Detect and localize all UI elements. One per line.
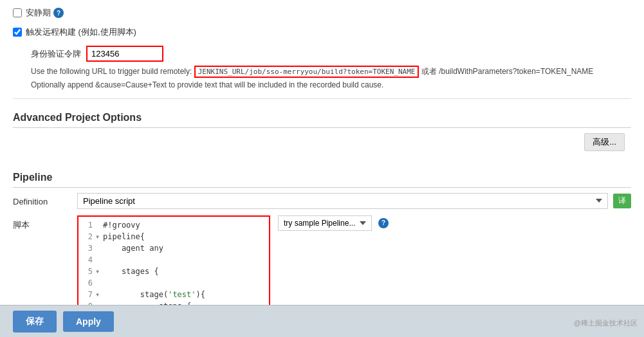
divider-1 xyxy=(13,98,631,99)
script-help-icon[interactable]: ? xyxy=(378,218,389,228)
sample-pipeline-row: try sample Pipeline... ? xyxy=(278,215,389,231)
translate-button[interactable]: 译 xyxy=(613,194,631,208)
auth-token-section: 身份验证令牌 Use the following URL to trigger … xyxy=(13,42,631,96)
code-line-1: 1 #!groovy xyxy=(81,219,266,231)
auth-token-input[interactable] xyxy=(86,46,163,62)
url-note: Optionally append &cause=Cause+Text to p… xyxy=(31,80,631,89)
advanced-options-section: Advanced Project Options 高级... xyxy=(13,102,631,161)
code-line-5: 5 ▾ stages { xyxy=(81,266,266,277)
advanced-btn-row: 高级... xyxy=(13,133,631,151)
definition-row: Pipeline script 译 xyxy=(77,193,631,209)
trigger-remote-row: 触发远程构建 (例如,使用脚本) xyxy=(13,23,631,42)
definition-form-row: Definition Pipeline script 译 xyxy=(13,193,631,209)
trigger-remote-checkbox[interactable] xyxy=(13,28,22,37)
main-container: 安静期 ? 触发远程构建 (例如,使用脚本) 身份验证令牌 Use the fo… xyxy=(0,0,644,337)
advanced-button[interactable]: 高级... xyxy=(584,133,625,151)
code-line-7: 7 ▾ stage('test'){ xyxy=(81,289,266,300)
url-suffix: 或者 /buildWithParameters?token=TOKEN_NAME xyxy=(421,67,594,76)
content-area: 安静期 ? 触发远程构建 (例如,使用脚本) 身份验证令牌 Use the fo… xyxy=(0,0,644,337)
apply-button[interactable]: Apply xyxy=(63,311,114,332)
url-text-before: Use the following URL to trigger build r… xyxy=(31,67,192,76)
trigger-remote-label: 触发远程构建 (例如,使用脚本) xyxy=(26,26,136,38)
code-line-3: 3 agent any xyxy=(81,242,266,254)
trigger-remote-checkbox-label[interactable]: 触发远程构建 (例如,使用脚本) xyxy=(13,26,136,38)
auth-token-row: 身份验证令牌 xyxy=(31,46,631,62)
script-label: 脚本 xyxy=(13,215,77,231)
code-line-2: 2 ▾ pipeline{ xyxy=(81,231,266,242)
quiet-period-row: 安静期 ? xyxy=(13,3,631,23)
code-line-4: 4 xyxy=(81,254,266,266)
url-highlight: JENKINS_URL/job/sso-merryyou/build?token… xyxy=(194,66,419,78)
quiet-period-label: 安静期 xyxy=(26,7,51,19)
auth-token-label: 身份验证令牌 xyxy=(31,48,81,60)
definition-control-area: Pipeline script 译 xyxy=(77,193,631,209)
save-button[interactable]: 保存 xyxy=(13,311,57,332)
code-line-6: 6 xyxy=(81,277,266,289)
quiet-period-checkbox[interactable] xyxy=(13,8,22,17)
definition-select[interactable]: Pipeline script xyxy=(77,193,608,209)
definition-label: Definition xyxy=(13,193,77,206)
url-info: Use the following URL to trigger build r… xyxy=(31,66,631,78)
watermark: @稀土掘金技术社区 xyxy=(574,318,638,328)
bottom-bar: 保存 Apply @稀土掘金技术社区 xyxy=(0,305,644,337)
pipeline-header: Pipeline xyxy=(13,165,631,188)
advanced-project-options-header: Advanced Project Options xyxy=(13,105,631,128)
sample-pipeline-select[interactable]: try sample Pipeline... xyxy=(278,215,372,231)
quiet-period-help-icon[interactable]: ? xyxy=(53,8,64,18)
quiet-period-checkbox-label[interactable]: 安静期 xyxy=(13,7,51,19)
